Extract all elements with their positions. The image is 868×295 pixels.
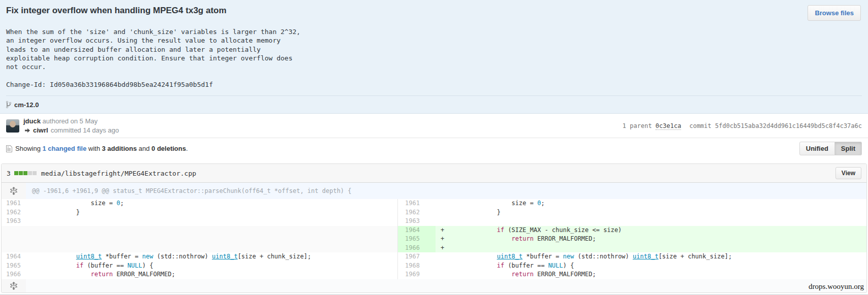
addition-marker: + bbox=[441, 235, 444, 244]
left-empty-gutter bbox=[2, 235, 26, 244]
arrow-right-icon bbox=[24, 127, 30, 134]
diffstat-blocks bbox=[14, 171, 37, 175]
parent-label: 1 parent bbox=[623, 122, 656, 129]
diffstat-added-block bbox=[23, 171, 27, 175]
commit-message: When the sum of the 'size' and 'chunk_si… bbox=[6, 27, 862, 89]
addition-marker: + bbox=[441, 226, 444, 235]
right-code-cell: if (buffer == NULL) { bbox=[436, 261, 866, 271]
left-code-cell: if (buffer == NULL) { bbox=[26, 261, 397, 271]
committed-date: committed 14 days ago bbox=[51, 126, 119, 134]
right-line-number[interactable]: 1966 bbox=[397, 244, 436, 253]
authored-date: authored on 5 May bbox=[43, 117, 98, 125]
commit-label: commit bbox=[689, 122, 715, 129]
right-code-cell: uint8_t *buffer = new (std::nothrow) uin… bbox=[436, 252, 866, 261]
diffstat-neutral-block bbox=[33, 171, 37, 175]
left-empty-gutter bbox=[2, 244, 26, 253]
commit-title: Fix integer overflow when handling MPEG4… bbox=[6, 6, 808, 16]
author-name[interactable]: jduck bbox=[23, 117, 41, 125]
with-text: with bbox=[86, 145, 102, 152]
left-empty-cell bbox=[26, 235, 397, 244]
left-code-cell: return ERROR_MALFORMED; bbox=[26, 270, 397, 279]
period-text: . bbox=[186, 145, 188, 152]
left-code-cell: } bbox=[26, 208, 397, 217]
unified-view-button[interactable]: Unified bbox=[799, 142, 835, 155]
right-code-cell: + bbox=[436, 244, 866, 253]
right-line-number[interactable]: 1965 bbox=[397, 235, 436, 244]
parent-sha-link[interactable]: 0c3e1ca bbox=[656, 122, 681, 130]
branch-row: cm-12.0 bbox=[6, 95, 862, 113]
commit-sha: 5fd0cb515aba32d4dd961c16449bd5c8f4c37a6c bbox=[715, 122, 862, 129]
left-line-number[interactable]: 1963 bbox=[2, 217, 26, 226]
file-diff-icon bbox=[6, 145, 12, 153]
unfold-icon[interactable] bbox=[10, 187, 17, 195]
right-code-cell: + return ERROR_MALFORMED; bbox=[436, 235, 866, 244]
showing-prefix: Showing bbox=[15, 145, 42, 152]
avatar[interactable] bbox=[6, 119, 19, 133]
right-code-cell: size = 0; bbox=[436, 199, 866, 208]
commit-page: { "commit": { "title": "Fix integer over… bbox=[0, 0, 868, 295]
right-code-cell: return ERROR_MALFORMED; bbox=[436, 270, 866, 279]
left-line-number[interactable]: 1965 bbox=[2, 261, 26, 271]
right-code-cell: } bbox=[436, 208, 866, 217]
browse-files-button[interactable]: Browse files bbox=[808, 5, 861, 21]
right-line-number[interactable]: 1963 bbox=[397, 217, 436, 226]
diff-toolbar: Showing 1 changed file with 3 additions … bbox=[0, 138, 868, 158]
changed-files-link[interactable]: 1 changed file bbox=[42, 145, 86, 152]
left-line-number[interactable]: 1964 bbox=[2, 252, 26, 261]
bottom-filler bbox=[26, 279, 866, 292]
branch-name[interactable]: cm-12.0 bbox=[14, 101, 39, 109]
bottom-expand-button[interactable] bbox=[2, 279, 26, 292]
diffstat-neutral-block bbox=[28, 171, 32, 175]
right-line-number[interactable]: 1964 bbox=[397, 226, 436, 235]
left-empty-cell bbox=[26, 226, 397, 235]
left-line-number[interactable]: 1966 bbox=[2, 270, 26, 279]
author-row: jduck authored on 5 May ciwrl committed … bbox=[0, 114, 868, 138]
git-branch-icon bbox=[6, 101, 11, 109]
and-text: and bbox=[137, 145, 151, 152]
left-code-cell bbox=[26, 217, 397, 226]
right-line-number[interactable]: 1967 bbox=[397, 252, 436, 261]
file-changes-count: 3 bbox=[7, 170, 11, 177]
right-line-number[interactable]: 1968 bbox=[397, 261, 436, 271]
diff-table: @@ -1961,6 +1961,9 @@ status_t MPEG4Extr… bbox=[2, 183, 866, 292]
hunk-header: @@ -1961,6 +1961,9 @@ status_t MPEG4Extr… bbox=[26, 183, 866, 199]
left-empty-cell bbox=[26, 244, 397, 253]
commit-shas: 1 parent 0c3e1cacommit 5fd0cb515aba32d4d… bbox=[623, 122, 862, 129]
right-line-number[interactable]: 1962 bbox=[397, 208, 436, 217]
left-empty-gutter bbox=[2, 226, 26, 235]
left-code-cell: uint8_t *buffer = new (std::nothrow) uin… bbox=[26, 252, 397, 261]
right-line-number[interactable]: 1969 bbox=[397, 270, 436, 279]
commit-header-box: Fix integer overflow when handling MPEG4… bbox=[0, 0, 868, 114]
left-line-number[interactable]: 1962 bbox=[2, 208, 26, 217]
right-code-cell: + if (SIZE_MAX - chunk_size <= size) bbox=[436, 226, 866, 235]
additions-count: 3 additions bbox=[102, 145, 137, 152]
hunk-expand-button[interactable] bbox=[2, 183, 26, 199]
unfold-icon[interactable] bbox=[10, 282, 17, 290]
diff-view-switcher: Unified Split bbox=[799, 142, 862, 155]
right-code-cell bbox=[436, 217, 866, 226]
diffstat-added-block bbox=[19, 171, 23, 175]
left-line-number[interactable]: 1961 bbox=[2, 199, 26, 208]
file-path[interactable]: media/libstagefright/MPEG4Extractor.cpp bbox=[41, 170, 196, 177]
addition-marker: + bbox=[441, 244, 444, 253]
deletions-count: 0 deletions bbox=[151, 145, 186, 152]
watermark: drops.wooyun.org bbox=[809, 282, 864, 291]
view-button[interactable]: View bbox=[835, 167, 861, 179]
file-box: 3 media/libstagefright/MPEG4Extractor.cp… bbox=[1, 163, 867, 293]
right-line-number[interactable]: 1961 bbox=[397, 199, 436, 208]
split-view-button[interactable]: Split bbox=[835, 142, 862, 155]
file-header: 3 media/libstagefright/MPEG4Extractor.cp… bbox=[2, 164, 866, 183]
committer-name[interactable]: ciwrl bbox=[33, 126, 48, 134]
left-code-cell: size = 0; bbox=[26, 199, 397, 208]
diffstat-added-block bbox=[14, 171, 18, 175]
